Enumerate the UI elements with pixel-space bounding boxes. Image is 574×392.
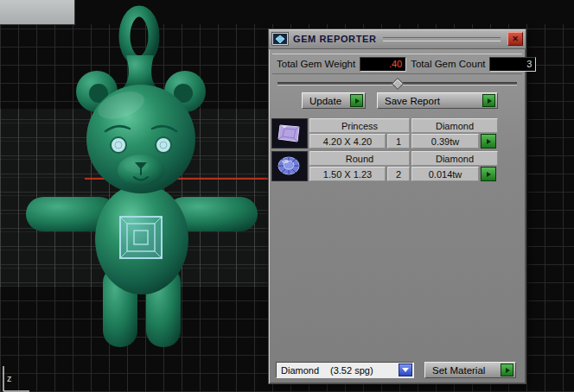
total-weight-group: Total Gem Weight .40 (272, 57, 406, 72)
gem-count-cell[interactable]: 2 (387, 167, 410, 181)
close-button[interactable]: ✕ (507, 32, 523, 46)
gem-table: Princess Diamond 4.20 X 4.20 1 0.39tw Ro… (271, 118, 501, 181)
gem-shape-cell[interactable]: Round (309, 151, 410, 166)
gem-row-go-cell (481, 134, 498, 149)
slider-thumb[interactable] (391, 78, 403, 90)
gem-row-go-cell (481, 167, 498, 181)
gem-material-cell[interactable]: Diamond (411, 118, 498, 133)
set-material-go-icon (501, 364, 513, 376)
gem-row-go-button[interactable] (481, 134, 496, 149)
gem-picture-icon (271, 32, 289, 46)
titlebar-grip (383, 37, 501, 41)
update-label: Update (309, 96, 341, 106)
gem-weight-cell[interactable]: 0.014tw (411, 167, 479, 181)
gem-reporter-panel: GEM REPORTER ✕ Total Gem Weight .40 Tota… (268, 28, 526, 384)
z-axis-label: z (7, 373, 12, 383)
gem-count-cell[interactable]: 1 (387, 134, 410, 149)
gem-weight-cell[interactable]: 0.39tw (411, 134, 479, 149)
update-button[interactable]: Update (302, 92, 366, 109)
material-dropdown-value: Diamond (281, 365, 319, 376)
totals-bar: Total Gem Weight .40 Total Gem Count 3 (272, 54, 522, 74)
round-gem-icon[interactable] (271, 151, 308, 181)
total-gem-weight-label: Total Gem Weight (277, 59, 355, 69)
material-dropdown-detail: (3.52 spg) (330, 365, 373, 376)
gem-material-cell[interactable]: Diamond (411, 151, 498, 166)
gem-dimensions-cell[interactable]: 4.20 X 4.20 (309, 134, 386, 149)
total-gem-weight-value: .40 (360, 57, 406, 72)
gem-reporter-titlebar[interactable]: GEM REPORTER ✕ (269, 29, 526, 49)
save-report-go-icon (482, 94, 495, 107)
close-icon: ✕ (512, 35, 519, 43)
gem-row-go-button[interactable] (481, 167, 496, 181)
action-button-row: Update Save Report (302, 92, 526, 109)
chevron-down-icon (402, 368, 409, 372)
set-material-label: Set Material (432, 365, 485, 376)
total-count-group: Total Gem Count 3 (406, 57, 536, 72)
panel-title: GEM REPORTER (293, 34, 376, 44)
total-gem-count-value: 3 (489, 57, 536, 72)
pendant-bail[interactable] (123, 11, 157, 88)
princess-gem-icon[interactable] (271, 118, 308, 149)
total-gem-count-label: Total Gem Count (411, 59, 485, 69)
gem-row-round[interactable]: Round Diamond 1.50 X 1.23 2 0.014tw (271, 151, 501, 181)
gem-row-princess[interactable]: Princess Diamond 4.20 X 4.20 1 0.39tw (271, 118, 501, 149)
material-dropdown[interactable]: Diamond (3.52 spg) (276, 362, 414, 378)
save-report-button[interactable]: Save Report (377, 92, 498, 109)
gem-dimensions-cell[interactable]: 1.50 X 1.23 (309, 167, 386, 181)
bear-head[interactable] (86, 85, 195, 193)
gem-shape-cell[interactable]: Princess (309, 118, 410, 133)
bear-muzzle (118, 155, 164, 186)
belly-gem[interactable] (120, 217, 162, 258)
material-bar: Diamond (3.52 spg) Set Material (276, 362, 516, 378)
gem-size-slider[interactable] (277, 78, 517, 88)
save-report-label: Save Report (385, 96, 440, 106)
set-material-button[interactable]: Set Material (424, 362, 516, 378)
dropdown-arrow-button[interactable] (399, 364, 412, 376)
update-go-icon (350, 94, 363, 107)
